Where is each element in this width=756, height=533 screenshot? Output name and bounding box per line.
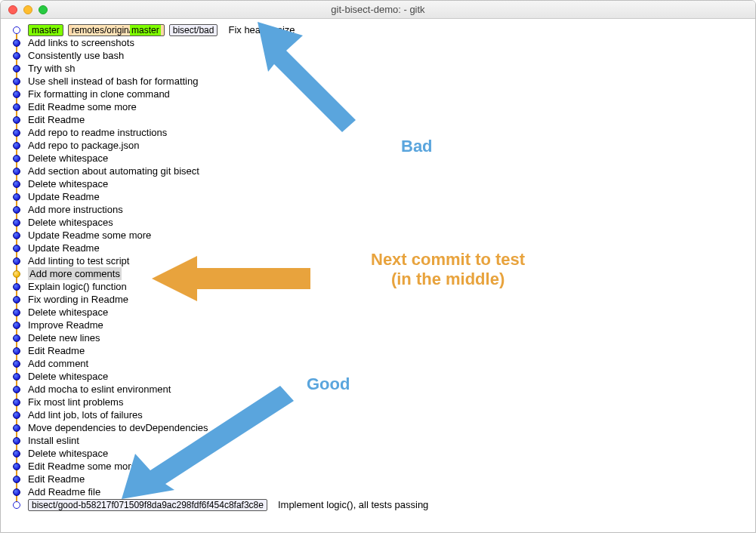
window-title: git-bisect-demo: - gitk <box>1 4 755 15</box>
commit-row[interactable]: Update Readme <box>13 242 749 254</box>
commit-message: Add links to screenshots <box>28 36 134 49</box>
commit-node-icon <box>13 270 20 278</box>
commit-message: Add more comments <box>28 267 122 280</box>
commit-node-icon <box>13 424 20 432</box>
commit-row[interactable]: Update Readme <box>13 190 749 203</box>
commit-message: Add section about automating git bisect <box>28 165 199 177</box>
commit-node-icon <box>13 501 20 509</box>
commit-row[interactable]: Delete whitespace <box>13 177 749 190</box>
commit-row[interactable]: Edit Readme <box>13 473 749 485</box>
minimize-icon[interactable] <box>23 5 32 14</box>
commit-row[interactable]: Improve Readme <box>13 319 749 331</box>
commit-node-icon <box>13 232 20 239</box>
commit-message: Fix most lint problems <box>28 396 123 408</box>
commit-message: Delete whitespaces <box>28 216 113 229</box>
close-icon[interactable] <box>8 5 17 14</box>
commit-message: Fix formatting in clone command <box>28 88 170 100</box>
commit-node-icon <box>13 180 20 188</box>
commit-row[interactable]: Update Readme some more <box>13 229 749 242</box>
commit-node-icon <box>13 116 20 124</box>
commit-row[interactable]: Add comment <box>13 357 749 370</box>
commit-node-icon <box>13 450 20 458</box>
commit-row[interactable]: Move dependencies to devDependencies <box>13 421 749 434</box>
graph-line <box>16 29 17 505</box>
commit-message: Edit Readme some more <box>28 100 137 113</box>
commit-node-icon <box>13 322 20 329</box>
maximize-icon[interactable] <box>39 5 48 14</box>
commit-node-icon <box>13 296 20 303</box>
commit-node-icon <box>13 129 20 137</box>
commit-row[interactable]: Try with sh <box>13 62 749 75</box>
commit-node-icon <box>13 488 20 496</box>
commit-node-icon <box>13 142 20 149</box>
commit-row[interactable]: Add lint job, lots of failures <box>13 408 749 421</box>
commit-row[interactable]: Use shell instead of bash for formatting <box>13 75 749 88</box>
tag-head[interactable]: master <box>28 24 63 36</box>
commit-row[interactable]: Delete whitespaces <box>13 216 749 229</box>
traffic-lights <box>1 5 48 14</box>
commit-row[interactable]: Fix formatting in clone command <box>13 88 749 100</box>
commit-row[interactable]: Add mocha to eslint environment <box>13 383 749 396</box>
commit-row[interactable]: Edit Readme <box>13 344 749 357</box>
commit-row[interactable]: Delete whitespace <box>13 306 749 319</box>
commit-message: Add mocha to eslint environment <box>28 383 171 396</box>
commit-row[interactable]: Add section about automating git bisect <box>13 165 749 177</box>
commit-message: Try with sh <box>28 62 75 75</box>
commit-row[interactable]: Edit Readme some more <box>13 460 749 473</box>
commit-message: Fix wording in Readme <box>28 293 128 306</box>
commit-node-icon <box>13 193 20 201</box>
commit-node-icon <box>13 373 20 380</box>
commit-message: Edit Readme some more <box>28 460 137 473</box>
commit-node-icon <box>13 309 20 316</box>
commit-node-icon <box>13 334 20 342</box>
commit-row[interactable]: Add repo to package.json <box>13 139 749 152</box>
commit-row[interactable]: Edit Readme some more <box>13 100 749 113</box>
commit-node-icon <box>13 78 20 85</box>
commit-message: Update Readme <box>28 190 100 203</box>
commit-row[interactable]: Add linting to test script <box>13 254 749 267</box>
commit-message: Add lint job, lots of failures <box>28 408 143 421</box>
commit-row[interactable]: Fix wording in Readme <box>13 293 749 306</box>
commit-row[interactable]: Delete whitespace <box>13 370 749 383</box>
commit-node-icon <box>13 257 20 265</box>
commit-row[interactable]: Edit Readme <box>13 113 749 126</box>
commit-node-icon <box>13 103 20 111</box>
commit-node-icon <box>13 411 20 419</box>
commit-row[interactable]: Delete whitespace <box>13 152 749 165</box>
window: git-bisect-demo: - gitk masterremotes/or… <box>0 0 756 533</box>
commit-row[interactable]: bisect/good-b58217f071509f8da9ac298fdf6f… <box>13 498 749 511</box>
commit-message: Edit Readme <box>28 473 85 485</box>
tag-remote[interactable]: remotes/origin/master <box>68 24 165 36</box>
commit-row[interactable]: Add repo to readme instructions <box>13 126 749 139</box>
titlebar[interactable]: git-bisect-demo: - gitk <box>1 1 755 19</box>
commit-message: Consistently use bash <box>28 49 124 62</box>
commit-message: Add linting to test script <box>28 254 129 267</box>
commit-row[interactable]: Add more comments <box>13 267 749 280</box>
commit-node-icon <box>13 347 20 355</box>
commit-row[interactable]: Consistently use bash <box>13 49 749 62</box>
commit-row[interactable]: masterremotes/origin/masterbisect/badFix… <box>13 23 749 36</box>
commit-row[interactable]: Delete new lines <box>13 331 749 344</box>
commit-node-icon <box>13 52 20 60</box>
commit-node-icon <box>13 155 20 162</box>
commit-row[interactable]: Fix most lint problems <box>13 396 749 408</box>
commit-row[interactable]: Add more instructions <box>13 203 749 216</box>
commit-row[interactable]: Explain logic() function <box>13 280 749 293</box>
commit-node-icon <box>13 437 20 445</box>
commit-node-icon <box>13 476 20 483</box>
commit-row[interactable]: Add links to screenshots <box>13 36 749 49</box>
commit-message: Add more instructions <box>28 203 123 216</box>
tag-bisect-good[interactable]: bisect/good-b58217f071509f8da9ac298fdf6f… <box>28 499 267 511</box>
tag-bisect-bad[interactable]: bisect/bad <box>169 24 218 36</box>
commit-message: Explain logic() function <box>28 280 127 293</box>
commit-graph[interactable]: masterremotes/origin/masterbisect/badFix… <box>1 19 755 516</box>
commit-row[interactable]: Add Readme file <box>13 485 749 498</box>
commit-row[interactable]: Delete whitespace <box>13 447 749 460</box>
commit-message: Add repo to package.json <box>28 139 139 152</box>
commit-message: Add comment <box>28 357 88 370</box>
commit-row[interactable]: Install eslint <box>13 434 749 447</box>
commit-node-icon <box>13 386 20 393</box>
commit-message: Implement logic(), all tests passing <box>278 498 428 511</box>
commit-message: Add repo to readme instructions <box>28 126 167 139</box>
commit-message: Use shell instead of bash for formatting <box>28 75 198 88</box>
